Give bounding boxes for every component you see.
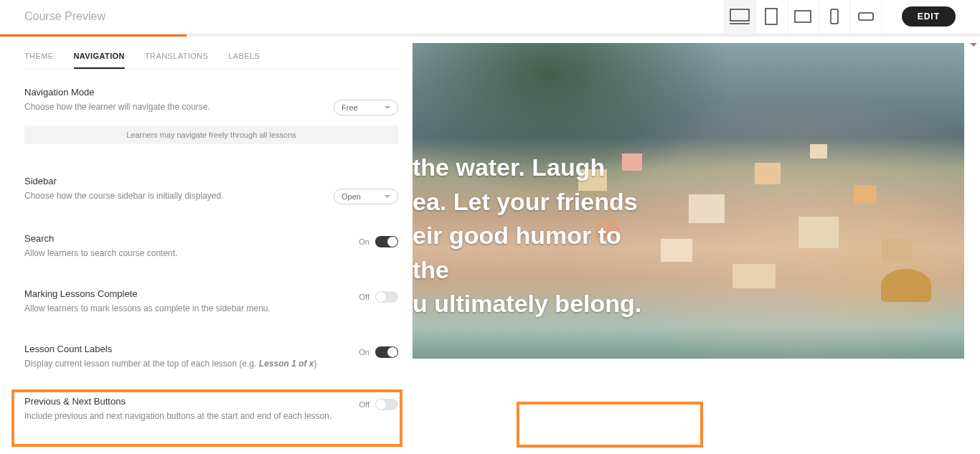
count-toggle[interactable] (375, 346, 398, 358)
preview-frame[interactable]: the water. Laugh ea. Let your friends ei… (413, 43, 964, 359)
tab-theme[interactable]: THEME (24, 52, 54, 69)
count-state: On (359, 348, 369, 356)
sidebar-value: Open (341, 192, 361, 201)
device-phone-portrait-button[interactable] (819, 0, 850, 34)
setting-marking-complete: Marking Lessons Complete Allow learners … (24, 288, 398, 315)
search-desc: Allow learners to search course content. (24, 247, 344, 260)
svg-rect-5 (859, 13, 873, 20)
course-preview-pane: the water. Laugh ea. Let your friends ei… (413, 34, 980, 454)
desktop-icon (730, 9, 750, 24)
marking-title: Marking Lessons Complete (24, 288, 345, 299)
prevnext-title: Previous & Next Buttons (24, 396, 345, 407)
sidebar-desc: Choose how the course sidebar is initial… (24, 189, 319, 202)
navmode-select[interactable]: Free (334, 100, 398, 115)
device-tablet-portrait-button[interactable] (755, 0, 787, 34)
setting-search: Search Allow learners to search course c… (24, 233, 398, 260)
count-title: Lesson Count Labels (24, 344, 344, 354)
prevnext-desc: Include previous and next navigation but… (24, 410, 345, 422)
navmode-title: Navigation Mode (24, 87, 319, 98)
settings-panel: THEME NAVIGATION TRANSLATIONS LABELS Nav… (0, 34, 413, 454)
phone-portrait-icon (830, 9, 839, 24)
prevnext-toggle[interactable] (375, 399, 398, 410)
setting-sidebar: Sidebar Choose how the course sidebar is… (24, 176, 398, 204)
svg-rect-0 (730, 9, 749, 21)
page-title: Course Preview (24, 10, 105, 23)
search-toggle[interactable] (375, 236, 398, 247)
setting-prev-next: Previous & Next Buttons Include previous… (24, 396, 398, 422)
sidebar-select[interactable]: Open (334, 189, 398, 204)
prevnext-state: Off (359, 400, 369, 409)
chevron-down-icon (385, 195, 390, 198)
device-phone-landscape-button[interactable] (850, 0, 882, 34)
setting-lesson-count: Lesson Count Labels Display current less… (24, 344, 398, 370)
svg-rect-3 (795, 11, 811, 22)
search-title: Search (24, 233, 344, 244)
svg-rect-4 (831, 9, 838, 24)
search-state: On (359, 237, 369, 246)
svg-rect-2 (765, 9, 777, 24)
settings-tabs: THEME NAVIGATION TRANSLATIONS LABELS (24, 52, 398, 70)
tab-labels[interactable]: LABELS (228, 52, 260, 69)
edit-button[interactable]: EDIT (902, 6, 956, 27)
top-bar: Course Preview EDIT (0, 0, 980, 34)
device-desktop-button[interactable] (724, 0, 755, 34)
marking-desc: Allow learners to mark lessons as comple… (24, 302, 345, 315)
scroll-up-icon[interactable] (970, 43, 977, 49)
navmode-value: Free (341, 103, 358, 112)
setting-navigation-mode: Navigation Mode Choose how the learner w… (24, 87, 398, 144)
count-desc: Display current lesson number at the top… (24, 357, 344, 370)
preview-text: the water. Laugh ea. Let your friends ei… (413, 151, 642, 321)
tab-navigation[interactable]: NAVIGATION (74, 52, 125, 69)
topbar-right: EDIT (724, 0, 956, 34)
chevron-down-icon (385, 106, 390, 109)
content-area: THEME NAVIGATION TRANSLATIONS LABELS Nav… (0, 34, 980, 454)
phone-landscape-icon (858, 12, 874, 21)
marking-state: Off (359, 293, 369, 301)
tablet-portrait-icon (765, 8, 778, 25)
navmode-info: Learners may navigate freely through all… (24, 126, 398, 144)
marking-toggle[interactable] (375, 291, 398, 303)
tab-translations[interactable]: TRANSLATIONS (145, 52, 208, 69)
sidebar-title: Sidebar (24, 176, 319, 186)
navmode-desc: Choose how the learner will navigate the… (24, 100, 319, 113)
device-tablet-landscape-button[interactable] (787, 0, 819, 34)
tablet-landscape-icon (794, 10, 811, 23)
